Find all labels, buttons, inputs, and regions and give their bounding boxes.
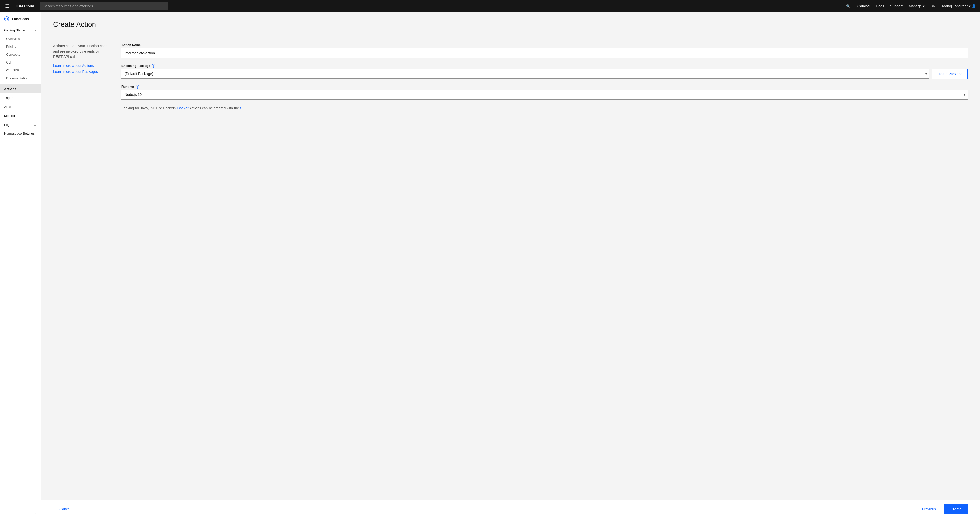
sidebar-apis-label: APIs xyxy=(4,105,11,109)
runtime-select-wrapper: Node.js 10Node.js 12Python 3.7Python 3Go… xyxy=(121,90,968,100)
sidebar-item-ios-sdk[interactable]: iOS SDK xyxy=(0,66,41,74)
edit-icon[interactable]: ✏ xyxy=(931,3,936,10)
sidebar-app-title: Functions xyxy=(12,17,29,21)
search-input[interactable] xyxy=(40,2,168,10)
sidebar-item-logs[interactable]: Logs ⬡ xyxy=(0,120,41,129)
functions-logo-icon xyxy=(4,16,9,21)
sidebar-monitor-label: Monitor xyxy=(4,114,15,118)
page-content: Create Action Actions contain your funct… xyxy=(41,12,980,500)
runtime-info-icon[interactable]: i xyxy=(135,85,139,89)
cli-link[interactable]: CLI xyxy=(240,106,245,110)
form-layout: Actions contain your function code and a… xyxy=(53,43,968,111)
search-bar xyxy=(40,2,168,10)
enclosing-package-select-wrapper: (Default Package) ▾ xyxy=(121,69,929,79)
page-divider xyxy=(53,35,968,35)
enclosing-package-select[interactable]: (Default Package) xyxy=(121,69,929,79)
runtime-label: Runtime i xyxy=(121,85,968,89)
sidebar-triggers-label: Triggers xyxy=(4,96,16,100)
docker-link[interactable]: Docker xyxy=(177,106,188,110)
sidebar-actions-label: Actions xyxy=(4,87,16,91)
runtime-group: Runtime i Node.js 10Node.js 12Python 3.7… xyxy=(121,85,968,100)
previous-button[interactable]: Previous xyxy=(916,504,942,514)
sidebar-item-triggers[interactable]: Triggers xyxy=(0,94,41,102)
page-footer: Cancel Previous Create xyxy=(41,500,980,518)
action-name-group: Action Name xyxy=(121,43,968,58)
manage-chevron-icon: ▾ xyxy=(923,4,924,8)
top-nav-right: 🔍 Catalog Docs Support Manage ▾ ✏ Manoj … xyxy=(845,3,976,10)
form-description-panel: Actions contain your function code and a… xyxy=(53,43,109,111)
sidebar-collapse-button[interactable]: ‹ xyxy=(0,508,41,518)
footer-right-buttons: Previous Create xyxy=(916,504,968,514)
enclosing-package-group: Enclosing Package i (Default Package) ▾ … xyxy=(121,64,968,79)
package-row: (Default Package) ▾ Create Package xyxy=(121,69,968,79)
sidebar-item-pricing[interactable]: Pricing xyxy=(0,43,41,51)
main-content: Create Action Actions contain your funct… xyxy=(41,12,980,518)
manage-menu[interactable]: Manage ▾ xyxy=(909,4,924,8)
action-name-label: Action Name xyxy=(121,43,968,47)
sidebar-item-documentation[interactable]: Documentation xyxy=(0,74,41,82)
learn-more-packages-link[interactable]: Learn more about Packages xyxy=(53,70,109,74)
getting-started-label: Getting Started xyxy=(4,28,26,32)
enclosing-package-info-icon[interactable]: i xyxy=(151,64,155,68)
sidebar-item-actions[interactable]: Actions xyxy=(0,84,41,94)
sidebar-item-monitor[interactable]: Monitor xyxy=(0,111,41,120)
app-body: Functions Getting Started ▲ Overview Pri… xyxy=(0,12,980,518)
cancel-button[interactable]: Cancel xyxy=(53,504,77,514)
sidebar-namespace-settings-label: Namespace Settings xyxy=(4,132,35,135)
sidebar-item-namespace-settings[interactable]: Namespace Settings xyxy=(0,129,41,138)
page-title: Create Action xyxy=(53,21,968,29)
hamburger-menu-button[interactable]: ☰ xyxy=(4,2,10,10)
sidebar-item-overview[interactable]: Overview xyxy=(0,35,41,43)
learn-more-actions-link[interactable]: Learn more about Actions xyxy=(53,64,109,68)
search-icon[interactable]: 🔍 xyxy=(845,3,851,9)
top-navigation: ☰ IBM Cloud 🔍 Catalog Docs Support Manag… xyxy=(0,0,980,12)
form-fields: Action Name Enclosing Package i (Default… xyxy=(121,43,968,111)
user-menu[interactable]: Manoj Jahgirdar ▾ 👤 xyxy=(942,4,976,8)
user-name: Manoj Jahgirdar xyxy=(942,4,968,8)
catalog-link[interactable]: Catalog xyxy=(858,4,870,8)
docker-info-text: Looking for Java, .NET or Docker? Docker… xyxy=(121,106,968,111)
getting-started-section: Getting Started ▲ Overview Pricing Conce… xyxy=(0,26,41,82)
sidebar-header: Functions xyxy=(0,12,41,26)
create-button[interactable]: Create xyxy=(944,504,968,514)
user-chevron-icon: ▾ xyxy=(969,4,970,8)
external-link-icon: ⬡ xyxy=(34,123,37,126)
manage-label: Manage xyxy=(909,4,922,8)
action-name-input[interactable] xyxy=(121,48,968,58)
sidebar-item-apis[interactable]: APIs xyxy=(0,102,41,111)
getting-started-header[interactable]: Getting Started ▲ xyxy=(0,26,41,35)
docker-text-part2: Actions can be created with the xyxy=(189,106,240,110)
brand-name: IBM Cloud xyxy=(16,4,34,8)
sidebar-logs-label: Logs xyxy=(4,123,11,127)
form-description-text: Actions contain your function code and a… xyxy=(53,43,109,59)
support-link[interactable]: Support xyxy=(890,4,903,8)
getting-started-chevron-icon: ▲ xyxy=(34,29,37,32)
sidebar: Functions Getting Started ▲ Overview Pri… xyxy=(0,12,41,518)
docker-text-part1: Looking for Java, .NET or Docker? xyxy=(121,106,177,110)
sidebar-item-concepts[interactable]: Concepts xyxy=(0,51,41,59)
svg-point-0 xyxy=(6,18,8,20)
enclosing-package-label: Enclosing Package i xyxy=(121,64,968,68)
sidebar-item-cli[interactable]: CLI xyxy=(0,59,41,66)
user-avatar-icon: 👤 xyxy=(972,4,976,8)
runtime-select[interactable]: Node.js 10Node.js 12Python 3.7Python 3Go… xyxy=(121,90,968,100)
docs-link[interactable]: Docs xyxy=(876,4,884,8)
create-package-button[interactable]: Create Package xyxy=(932,69,968,79)
